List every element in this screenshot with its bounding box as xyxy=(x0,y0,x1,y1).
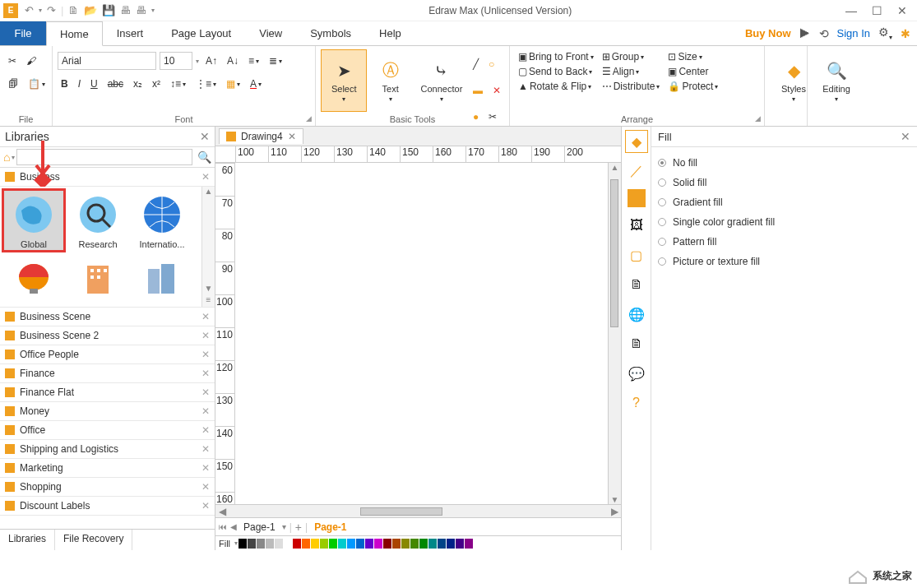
arrange-dialog-icon[interactable]: ◢ xyxy=(755,114,761,123)
font-size-input[interactable] xyxy=(160,52,192,70)
tab-page-layout[interactable]: Page Layout xyxy=(157,21,245,45)
category-item[interactable]: Business Scene 2✕ xyxy=(0,326,215,345)
page-drop-icon[interactable]: ▾ xyxy=(282,522,286,531)
document-tab[interactable]: Drawing4 ✕ xyxy=(219,128,303,144)
scroll-expand-icon[interactable]: ≡ xyxy=(202,295,215,307)
color-swatch[interactable] xyxy=(365,539,373,549)
shape-global[interactable]: Global xyxy=(3,190,64,251)
library-search-icon[interactable]: 🔍 xyxy=(197,150,211,164)
text-tool-button[interactable]: Ⓐ Text ▾ xyxy=(367,49,413,112)
open-icon[interactable]: 📂 xyxy=(84,4,97,16)
settings-icon[interactable]: ⚙▾ xyxy=(878,25,892,41)
color-swatch[interactable] xyxy=(320,539,328,549)
doc-close-icon[interactable]: ✕ xyxy=(288,131,296,142)
editing-drop-icon[interactable]: ▾ xyxy=(835,95,838,103)
close-window-icon[interactable]: ✕ xyxy=(897,4,907,17)
color-swatch[interactable] xyxy=(311,539,319,549)
add-page-icon[interactable]: + xyxy=(295,521,302,534)
connector-tool-button[interactable]: ⤷ Connector ▾ xyxy=(414,49,470,112)
tab-insert[interactable]: Insert xyxy=(103,21,158,45)
fill-option[interactable]: Single color gradient fill xyxy=(658,216,910,228)
font-dialog-icon[interactable]: ◢ xyxy=(306,114,312,123)
font-color-icon[interactable]: A▾ xyxy=(247,76,265,91)
libraries-close-icon[interactable]: ✕ xyxy=(200,130,210,143)
color-swatch[interactable] xyxy=(347,539,355,549)
text-align2-icon[interactable]: ≣▾ xyxy=(266,53,285,68)
color-swatch[interactable] xyxy=(465,539,473,549)
subscript-icon[interactable]: x₂ xyxy=(130,76,146,91)
highlight-icon[interactable]: ▦▾ xyxy=(223,76,243,91)
category-item[interactable]: Office People✕ xyxy=(0,345,215,364)
connector-drop-icon[interactable]: ▾ xyxy=(440,95,443,103)
color-swatch[interactable] xyxy=(447,539,455,549)
send-back-button[interactable]: ▢ Send to Back ▾ xyxy=(515,64,597,79)
category-item[interactable]: Marketing✕ xyxy=(0,459,215,478)
layer-tab-icon[interactable]: ▢ xyxy=(625,243,648,266)
app-brand-icon[interactable]: ✱ xyxy=(901,27,910,40)
shapes-scrollbar[interactable]: ▲▼≡ xyxy=(201,187,215,307)
fill-option[interactable]: Gradient fill xyxy=(658,197,910,208)
shape-research[interactable]: Research xyxy=(67,190,128,251)
align-button[interactable]: ☰ Align ▾ xyxy=(599,64,664,79)
delete-tool-icon[interactable]: ✕ xyxy=(489,83,504,98)
italic-icon[interactable]: I xyxy=(75,76,84,91)
new-icon[interactable]: 🗎 xyxy=(68,4,79,16)
color-swatch[interactable] xyxy=(284,539,292,549)
print-icon[interactable]: 🖶 xyxy=(120,4,131,16)
color-swatch[interactable] xyxy=(428,539,437,549)
share-icon[interactable]: ⟲ xyxy=(819,27,829,40)
minimize-icon[interactable]: — xyxy=(845,4,857,17)
color-swatch[interactable] xyxy=(419,539,428,549)
copy-icon[interactable]: 🗐 xyxy=(5,76,21,91)
line-tool-icon[interactable]: ╱ xyxy=(470,57,482,72)
category-close-icon[interactable]: ✕ xyxy=(201,171,210,183)
category-close-icon[interactable]: ✕ xyxy=(201,462,210,474)
redo-icon[interactable]: ↷ xyxy=(47,4,56,16)
line-spacing-icon[interactable]: ↕≡▾ xyxy=(167,76,189,91)
print-preview-icon[interactable]: 🖶 xyxy=(136,4,146,16)
category-item[interactable]: Shopping✕ xyxy=(0,478,215,497)
strike-icon[interactable]: abc xyxy=(104,76,127,91)
save-icon[interactable]: 💾 xyxy=(102,4,115,16)
page-tab-icon[interactable]: 🗎 xyxy=(625,273,648,296)
category-close-icon[interactable]: ✕ xyxy=(201,311,210,322)
category-business[interactable]: Business ✕ xyxy=(0,168,215,187)
color-swatch[interactable] xyxy=(338,539,346,549)
bold-icon[interactable]: B xyxy=(58,76,72,91)
category-item[interactable]: Office✕ xyxy=(0,421,215,440)
drawing-canvas[interactable]: ▲ ▼ xyxy=(235,163,621,504)
color-swatch[interactable] xyxy=(392,539,401,549)
canvas-hscrollbar[interactable]: ◀ ▶ xyxy=(215,504,621,517)
color-swatch[interactable] xyxy=(383,539,391,549)
color-swatch[interactable] xyxy=(410,539,419,549)
increase-font-icon[interactable]: A↑ xyxy=(202,53,220,68)
undo-drop-icon[interactable]: ▾ xyxy=(39,7,42,14)
color-swatch[interactable] xyxy=(257,539,265,549)
category-item[interactable]: Business Scene✕ xyxy=(0,308,215,326)
category-close-icon[interactable]: ✕ xyxy=(201,330,210,341)
color-swatch[interactable] xyxy=(329,539,337,549)
hyperlink-tab-icon[interactable]: 🌐 xyxy=(625,303,648,326)
format-painter-icon[interactable]: 🖌 xyxy=(23,53,39,68)
fill-option[interactable]: Picture or texture fill xyxy=(658,256,910,267)
page-tab-1[interactable]: Page-1 xyxy=(240,521,279,533)
fill-panel-close-icon[interactable]: ✕ xyxy=(901,130,910,143)
fill-option[interactable]: No fill xyxy=(658,157,910,169)
comment-tab-icon[interactable]: 💬 xyxy=(625,362,648,385)
undo-icon[interactable]: ↶ xyxy=(25,4,34,16)
tab-file-recovery[interactable]: File Recovery xyxy=(55,530,132,550)
select-tool-button[interactable]: ➤ Select ▾ xyxy=(321,49,367,112)
export-icon[interactable]: ⯈ xyxy=(799,27,811,40)
scroll-down-icon[interactable]: ▼ xyxy=(202,284,215,295)
align-text-icon[interactable]: ≡▾ xyxy=(245,53,262,68)
color-swatch[interactable] xyxy=(401,539,410,549)
color-swatch[interactable] xyxy=(266,539,274,549)
styles-drop-icon[interactable]: ▾ xyxy=(792,95,795,103)
category-close-icon[interactable]: ✕ xyxy=(201,405,210,417)
ruler-vertical[interactable]: 60708090100110120130140150160 xyxy=(215,163,235,504)
scroll-up-icon[interactable]: ▲ xyxy=(202,187,215,198)
shadow-tab-icon[interactable] xyxy=(628,189,646,207)
category-close-icon[interactable]: ✕ xyxy=(201,349,210,360)
scroll-left-icon[interactable]: ◀ xyxy=(215,506,229,517)
category-close-icon[interactable]: ✕ xyxy=(201,424,210,436)
